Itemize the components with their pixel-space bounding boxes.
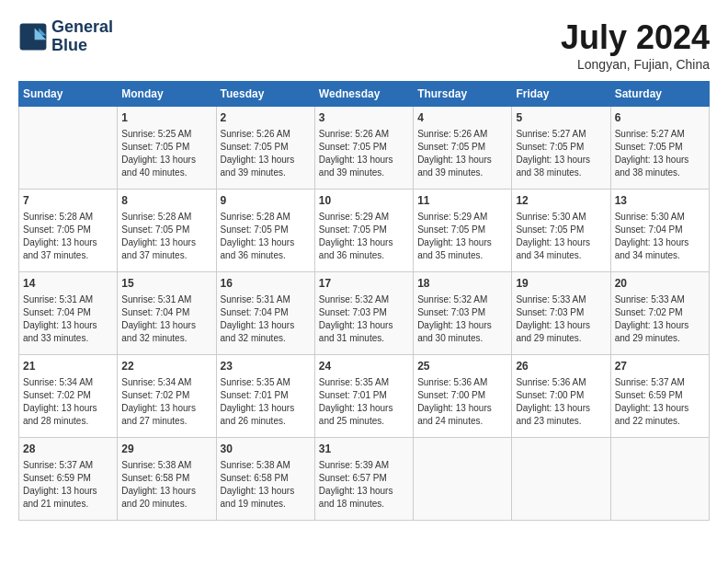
calendar-day-cell: 18Sunrise: 5:32 AM Sunset: 7:03 PM Dayli… (414, 272, 512, 355)
day-number: 30 (221, 442, 311, 457)
day-number: 3 (319, 110, 409, 126)
day-info: Sunrise: 5:37 AM Sunset: 6:59 PM Dayligh… (23, 459, 113, 511)
calendar-day-cell (512, 438, 610, 521)
day-info: Sunrise: 5:35 AM Sunset: 7:01 PM Dayligh… (221, 376, 311, 428)
calendar-day-cell: 12Sunrise: 5:30 AM Sunset: 7:05 PM Dayli… (512, 190, 610, 272)
calendar-day-cell: 3Sunrise: 5:26 AM Sunset: 7:05 PM Daylig… (314, 107, 413, 190)
logo-text: General Blue (51, 18, 113, 55)
calendar-day-cell: 4Sunrise: 5:26 AM Sunset: 7:05 PM Daylig… (414, 107, 512, 190)
day-info: Sunrise: 5:29 AM Sunset: 7:05 PM Dayligh… (417, 211, 507, 262)
day-info: Sunrise: 5:34 AM Sunset: 7:02 PM Dayligh… (23, 376, 113, 428)
day-info: Sunrise: 5:28 AM Sunset: 7:05 PM Dayligh… (221, 211, 311, 262)
day-info: Sunrise: 5:26 AM Sunset: 7:05 PM Dayligh… (221, 128, 311, 179)
calendar-day-header: Monday (118, 82, 216, 107)
calendar-day-cell: 23Sunrise: 5:35 AM Sunset: 7:01 PM Dayli… (216, 355, 314, 438)
day-info: Sunrise: 5:33 AM Sunset: 7:03 PM Dayligh… (516, 293, 606, 345)
calendar-day-cell: 22Sunrise: 5:34 AM Sunset: 7:02 PM Dayli… (118, 355, 216, 438)
day-number: 1 (121, 110, 211, 126)
calendar-day-cell (19, 107, 118, 190)
calendar-day-cell: 9Sunrise: 5:28 AM Sunset: 7:05 PM Daylig… (216, 190, 314, 272)
calendar-day-cell: 29Sunrise: 5:38 AM Sunset: 6:58 PM Dayli… (118, 438, 216, 521)
calendar-header-row: SundayMondayTuesdayWednesdayThursdayFrid… (19, 82, 710, 107)
day-info: Sunrise: 5:29 AM Sunset: 7:05 PM Dayligh… (319, 211, 409, 262)
day-number: 27 (615, 359, 705, 374)
day-info: Sunrise: 5:34 AM Sunset: 7:02 PM Dayligh… (121, 376, 211, 428)
calendar-day-header: Saturday (610, 82, 709, 107)
calendar-day-cell: 1Sunrise: 5:25 AM Sunset: 7:05 PM Daylig… (118, 107, 216, 190)
day-info: Sunrise: 5:30 AM Sunset: 7:04 PM Dayligh… (615, 211, 705, 262)
calendar-body: 1Sunrise: 5:25 AM Sunset: 7:05 PM Daylig… (19, 107, 710, 521)
day-number: 21 (23, 359, 113, 374)
calendar-day-header: Wednesday (314, 82, 413, 107)
day-number: 4 (417, 110, 507, 126)
calendar-day-cell: 24Sunrise: 5:35 AM Sunset: 7:01 PM Dayli… (314, 355, 413, 438)
day-number: 6 (615, 110, 705, 126)
day-number: 16 (221, 276, 311, 292)
day-number: 22 (121, 359, 211, 374)
day-info: Sunrise: 5:36 AM Sunset: 7:00 PM Dayligh… (417, 376, 507, 428)
calendar-day-cell (610, 438, 709, 521)
day-number: 28 (23, 442, 113, 457)
day-info: Sunrise: 5:31 AM Sunset: 7:04 PM Dayligh… (221, 293, 311, 345)
day-info: Sunrise: 5:26 AM Sunset: 7:05 PM Dayligh… (417, 128, 507, 179)
day-info: Sunrise: 5:38 AM Sunset: 6:58 PM Dayligh… (221, 459, 311, 511)
calendar-day-cell: 27Sunrise: 5:37 AM Sunset: 6:59 PM Dayli… (610, 355, 709, 438)
calendar-week-row: 14Sunrise: 5:31 AM Sunset: 7:04 PM Dayli… (19, 272, 710, 355)
location: Longyan, Fujian, China (561, 57, 710, 72)
day-info: Sunrise: 5:32 AM Sunset: 7:03 PM Dayligh… (417, 293, 507, 345)
calendar-day-cell (414, 438, 512, 521)
day-info: Sunrise: 5:28 AM Sunset: 7:05 PM Dayligh… (121, 211, 211, 262)
day-number: 7 (23, 193, 113, 209)
calendar-day-cell: 20Sunrise: 5:33 AM Sunset: 7:02 PM Dayli… (610, 272, 709, 355)
calendar-week-row: 28Sunrise: 5:37 AM Sunset: 6:59 PM Dayli… (19, 438, 710, 521)
day-number: 19 (516, 276, 606, 292)
day-info: Sunrise: 5:32 AM Sunset: 7:03 PM Dayligh… (319, 293, 409, 345)
calendar-day-cell: 26Sunrise: 5:36 AM Sunset: 7:00 PM Dayli… (512, 355, 610, 438)
day-info: Sunrise: 5:31 AM Sunset: 7:04 PM Dayligh… (23, 293, 113, 345)
calendar-day-cell: 15Sunrise: 5:31 AM Sunset: 7:04 PM Dayli… (118, 272, 216, 355)
day-number: 18 (417, 276, 507, 292)
calendar-day-cell: 5Sunrise: 5:27 AM Sunset: 7:05 PM Daylig… (512, 107, 610, 190)
page-header: General Blue July 2024 Longyan, Fujian, … (18, 18, 710, 72)
calendar-day-cell: 25Sunrise: 5:36 AM Sunset: 7:00 PM Dayli… (414, 355, 512, 438)
calendar-day-cell: 21Sunrise: 5:34 AM Sunset: 7:02 PM Dayli… (19, 355, 118, 438)
calendar-day-header: Thursday (414, 82, 512, 107)
day-number: 20 (615, 276, 705, 292)
day-number: 9 (221, 193, 311, 209)
calendar-week-row: 1Sunrise: 5:25 AM Sunset: 7:05 PM Daylig… (19, 107, 710, 190)
day-info: Sunrise: 5:38 AM Sunset: 6:58 PM Dayligh… (121, 459, 211, 511)
day-info: Sunrise: 5:28 AM Sunset: 7:05 PM Dayligh… (23, 211, 113, 262)
day-number: 12 (516, 193, 606, 209)
calendar-day-cell: 13Sunrise: 5:30 AM Sunset: 7:04 PM Dayli… (610, 190, 709, 272)
day-number: 14 (23, 276, 113, 292)
calendar-table: SundayMondayTuesdayWednesdayThursdayFrid… (18, 81, 710, 521)
calendar-day-cell: 17Sunrise: 5:32 AM Sunset: 7:03 PM Dayli… (314, 272, 413, 355)
day-info: Sunrise: 5:25 AM Sunset: 7:05 PM Dayligh… (121, 128, 211, 179)
day-number: 13 (615, 193, 705, 209)
day-number: 2 (221, 110, 311, 126)
day-number: 31 (319, 442, 409, 457)
day-info: Sunrise: 5:26 AM Sunset: 7:05 PM Dayligh… (319, 128, 409, 179)
calendar-day-cell: 30Sunrise: 5:38 AM Sunset: 6:58 PM Dayli… (216, 438, 314, 521)
calendar-day-cell: 7Sunrise: 5:28 AM Sunset: 7:05 PM Daylig… (19, 190, 118, 272)
logo-icon (18, 22, 48, 52)
day-info: Sunrise: 5:30 AM Sunset: 7:05 PM Dayligh… (516, 211, 606, 262)
day-number: 29 (121, 442, 211, 457)
calendar-day-cell: 8Sunrise: 5:28 AM Sunset: 7:05 PM Daylig… (118, 190, 216, 272)
title-block: July 2024 Longyan, Fujian, China (561, 18, 710, 72)
day-info: Sunrise: 5:31 AM Sunset: 7:04 PM Dayligh… (121, 293, 211, 345)
day-number: 8 (121, 193, 211, 209)
calendar-day-cell: 14Sunrise: 5:31 AM Sunset: 7:04 PM Dayli… (19, 272, 118, 355)
calendar-day-cell: 28Sunrise: 5:37 AM Sunset: 6:59 PM Dayli… (19, 438, 118, 521)
day-info: Sunrise: 5:37 AM Sunset: 6:59 PM Dayligh… (615, 376, 705, 428)
day-number: 25 (417, 359, 507, 374)
day-info: Sunrise: 5:33 AM Sunset: 7:02 PM Dayligh… (615, 293, 705, 345)
day-number: 23 (221, 359, 311, 374)
calendar-day-header: Friday (512, 82, 610, 107)
calendar-day-header: Tuesday (216, 82, 314, 107)
day-number: 26 (516, 359, 606, 374)
calendar-day-cell: 19Sunrise: 5:33 AM Sunset: 7:03 PM Dayli… (512, 272, 610, 355)
day-info: Sunrise: 5:39 AM Sunset: 6:57 PM Dayligh… (319, 459, 409, 511)
day-info: Sunrise: 5:27 AM Sunset: 7:05 PM Dayligh… (615, 128, 705, 179)
calendar-day-cell: 16Sunrise: 5:31 AM Sunset: 7:04 PM Dayli… (216, 272, 314, 355)
